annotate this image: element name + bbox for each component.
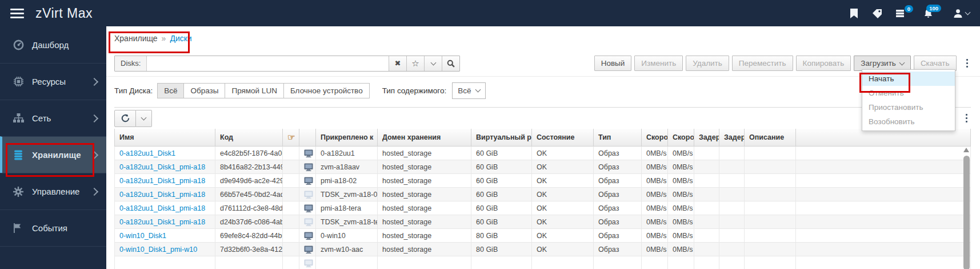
remove-button[interactable]: Удалить bbox=[686, 56, 729, 71]
download-button[interactable]: Скачать bbox=[914, 56, 957, 71]
clear-search-button[interactable]: ✖ bbox=[389, 56, 406, 71]
sidebar-item-resources[interactable]: Ресурсы bbox=[0, 63, 106, 100]
chevron-right-icon bbox=[90, 77, 98, 85]
sidebar-item-storage[interactable]: Хранилище bbox=[0, 136, 106, 173]
cell-empty bbox=[796, 215, 971, 229]
disk-name-link[interactable]: 0-a182uu1_Disk1_pmi-a18 bbox=[119, 204, 205, 212]
disk-type-label: Тип Диска: bbox=[114, 86, 153, 95]
move-button[interactable]: Переместить bbox=[732, 56, 793, 71]
tag-icon[interactable] bbox=[872, 9, 882, 18]
plugged-status-cell bbox=[299, 229, 316, 243]
column-header-empty-14[interactable] bbox=[796, 129, 971, 147]
sidebar-item-dashboard[interactable]: Дашборд bbox=[0, 26, 106, 63]
table-row-partial[interactable] bbox=[115, 256, 971, 269]
cell-empty bbox=[796, 147, 971, 160]
breadcrumb-parent-link[interactable]: Хранилище bbox=[114, 34, 158, 43]
cell-empty bbox=[283, 201, 299, 215]
saved-search-dropdown-button[interactable] bbox=[424, 56, 442, 71]
column-header-6[interactable]: Виртуальный ра bbox=[471, 129, 532, 147]
menu-item-cancel[interactable]: Отменить bbox=[862, 86, 955, 100]
cell-storage_domain: hosted_storage bbox=[378, 147, 471, 160]
breadcrumb-current-link[interactable]: Диски bbox=[170, 34, 191, 43]
cell-write_rate: 0MB/s bbox=[668, 201, 694, 215]
copy-button[interactable]: Копировать bbox=[796, 56, 851, 71]
table-row[interactable]: 0-a182uu1_Disk1_pmi-a1866b57e45-0bd2-4ad… bbox=[115, 188, 971, 201]
disk-name-link[interactable]: 0-win10_Disk1_pmi-w10 bbox=[119, 246, 197, 254]
plugged-status-cell bbox=[299, 256, 316, 269]
cell-read_latency bbox=[694, 215, 719, 229]
disks-table: ИмяКод☞Прикреплено кДомен храненияВиртуа… bbox=[114, 129, 971, 269]
hamburger-menu-icon[interactable] bbox=[10, 9, 24, 18]
user-menu[interactable] bbox=[954, 9, 970, 18]
table-row[interactable]: 0-a182uu1_Disk1_pmi-a18d24b37d6-c086-4ab… bbox=[115, 215, 971, 229]
disk-name-link[interactable]: 0-a182uu1_Disk1_pmi-a18 bbox=[119, 191, 205, 199]
sidebar-item-administration[interactable]: Управление bbox=[0, 173, 106, 209]
table-row[interactable]: 0-a182uu1_Disk1e4c82b5f-1876-4a0b-b...0-… bbox=[115, 147, 971, 160]
disk-type-button-group: ВсёОбразыПрямой LUNБлочное устройство bbox=[157, 83, 370, 98]
cell-empty bbox=[283, 174, 299, 188]
disk-name-link[interactable]: 0-a182uu1_Disk1 bbox=[119, 149, 175, 157]
column-header-12[interactable]: Задерж bbox=[719, 129, 745, 147]
disk-type-option-1[interactable]: Образы bbox=[184, 83, 225, 98]
tasks-icon[interactable]: 0 bbox=[896, 9, 905, 18]
favorite-search-button[interactable]: ☆ bbox=[406, 56, 424, 71]
disk-name-link[interactable]: 0-a182uu1_Disk1_pmi-a18 bbox=[119, 163, 205, 171]
table-row[interactable]: 0-a182uu1_Disk1_pmi-a188b416a82-2b13-449… bbox=[115, 160, 971, 174]
edit-button[interactable]: Изменить bbox=[634, 56, 683, 71]
search-input[interactable] bbox=[147, 56, 389, 71]
new-button[interactable]: Новый bbox=[594, 56, 632, 71]
column-header-plugged[interactable]: ☞ bbox=[283, 129, 299, 147]
scrollbar-up-arrow[interactable] bbox=[963, 148, 969, 152]
disk-name-link[interactable]: 0-a182uu1_Disk1_pmi-a18 bbox=[119, 177, 205, 185]
refresh-rate-dropdown-button[interactable] bbox=[136, 110, 152, 127]
storage-database-icon bbox=[11, 150, 25, 160]
upload-button[interactable]: Загрузить bbox=[854, 56, 911, 71]
cell-empty bbox=[796, 160, 971, 174]
column-header-8[interactable]: Тип bbox=[594, 129, 642, 147]
table-row[interactable]: 0-win10_Disk1_pmi-w107d32b6f0-3e8a-4127-… bbox=[115, 243, 971, 256]
cell-status: OK bbox=[532, 147, 594, 160]
cell-empty bbox=[378, 256, 471, 269]
disk-name-link[interactable]: 0-a182uu1_Disk1_pmi-a18 bbox=[119, 218, 205, 226]
disk-type-option-0[interactable]: Всё bbox=[157, 83, 184, 98]
table-row[interactable]: 0-a182uu1_Disk1_pmi-a18d9e949d6-ac2e-429… bbox=[115, 174, 971, 188]
column-header-13[interactable]: Описание bbox=[745, 129, 796, 147]
kebab-menu-icon[interactable] bbox=[963, 57, 972, 70]
disk-name-link[interactable]: 0-win10_Disk1 bbox=[119, 232, 166, 240]
column-header-5[interactable]: Домен хранения bbox=[378, 129, 471, 147]
menu-item-pause[interactable]: Приостановить bbox=[862, 100, 955, 114]
column-header-10[interactable]: Скорос bbox=[668, 129, 694, 147]
cell-code: 8b416a82-2b13-449f-a... bbox=[215, 160, 283, 174]
content-type-select[interactable]: Всё bbox=[452, 82, 486, 99]
filter-bar: Тип Диска: ВсёОбразыПрямой LUNБлочное ус… bbox=[106, 77, 980, 104]
monitor-icon-pale bbox=[304, 259, 313, 267]
cell-attached_to: pmi-a18-02 bbox=[316, 174, 378, 188]
refresh-button[interactable] bbox=[114, 110, 136, 127]
cell-status: OK bbox=[532, 174, 594, 188]
column-header-4[interactable]: Прикреплено к bbox=[316, 129, 378, 147]
cell-read_latency bbox=[694, 147, 719, 160]
bookmark-icon[interactable] bbox=[850, 9, 858, 18]
chevron-down-icon bbox=[430, 60, 436, 65]
column-header-9[interactable]: Скорос bbox=[642, 129, 668, 147]
column-header-empty-3[interactable] bbox=[299, 129, 316, 147]
bell-icon[interactable]: 100 bbox=[923, 9, 933, 18]
cell-storage_domain: hosted_storage bbox=[378, 215, 471, 229]
search-button[interactable] bbox=[442, 56, 459, 71]
chevron-right-icon bbox=[90, 114, 98, 122]
menu-item-resume[interactable]: Возобновить bbox=[862, 114, 955, 129]
column-header-1[interactable]: Код bbox=[215, 129, 283, 147]
disk-type-option-3[interactable]: Блочное устройство bbox=[284, 83, 370, 98]
sidebar-item-network[interactable]: Сеть bbox=[0, 100, 106, 136]
vertical-scrollbar-thumb[interactable] bbox=[963, 156, 970, 269]
table-row[interactable]: 0-win10_Disk169efe8c4-82dd-44b6-b...0-wi… bbox=[115, 229, 971, 243]
cell-status: OK bbox=[532, 229, 594, 243]
column-header-11[interactable]: Задерж bbox=[694, 129, 719, 147]
table-row[interactable]: 0-a182uu1_Disk1_pmi-a18d761112d-c3e8-48d… bbox=[115, 201, 971, 215]
menu-item-start[interactable]: Начать bbox=[862, 72, 955, 86]
disk-type-option-2[interactable]: Прямой LUN bbox=[225, 83, 283, 98]
column-header-0[interactable]: Имя bbox=[115, 129, 215, 147]
sidebar-item-events[interactable]: События bbox=[0, 209, 106, 246]
column-header-7[interactable]: Состояние bbox=[532, 129, 594, 147]
grid-kebab-menu-icon[interactable] bbox=[962, 112, 971, 125]
